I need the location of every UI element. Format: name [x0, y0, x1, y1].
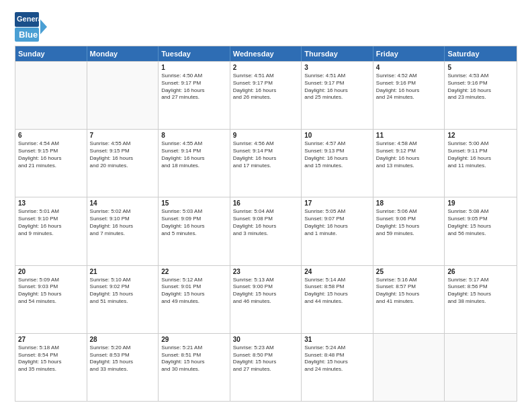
cal-cell-w4-d1: 28Sunrise: 5:20 AM Sunset: 8:53 PM Dayli… — [87, 334, 159, 401]
cal-cell-w0-d0 — [15, 62, 87, 129]
day-info-19: Sunrise: 5:08 AM Sunset: 9:05 PM Dayligh… — [447, 208, 514, 237]
week-row-0: 1Sunrise: 4:50 AM Sunset: 9:17 PM Daylig… — [15, 61, 517, 129]
logo: General Blue — [15, 12, 69, 42]
day-info-29: Sunrise: 5:21 AM Sunset: 8:51 PM Dayligh… — [161, 345, 227, 373]
header-wednesday: Wednesday — [230, 46, 302, 61]
day-info-13: Sunrise: 5:01 AM Sunset: 9:10 PM Dayligh… — [18, 208, 84, 237]
cal-cell-w1-d4: 10Sunrise: 4:57 AM Sunset: 9:13 PM Dayli… — [302, 130, 373, 197]
day-num-24: 24 — [304, 268, 370, 275]
cal-cell-w4-d4: 31Sunrise: 5:24 AM Sunset: 8:48 PM Dayli… — [302, 334, 373, 401]
header-thursday: Thursday — [302, 46, 373, 61]
cal-cell-w0-d5: 4Sunrise: 4:52 AM Sunset: 9:16 PM Daylig… — [373, 62, 445, 129]
header-sunday: Sunday — [15, 46, 87, 61]
cal-cell-w2-d6: 19Sunrise: 5:08 AM Sunset: 9:05 PM Dayli… — [445, 197, 517, 265]
cal-cell-w0-d4: 3Sunrise: 4:51 AM Sunset: 9:17 PM Daylig… — [302, 62, 373, 129]
day-info-5: Sunrise: 4:53 AM Sunset: 9:16 PM Dayligh… — [447, 73, 514, 101]
day-num-23: 23 — [233, 268, 299, 275]
cal-cell-w2-d2: 15Sunrise: 5:03 AM Sunset: 9:09 PM Dayli… — [159, 197, 230, 265]
day-info-2: Sunrise: 4:51 AM Sunset: 9:17 PM Dayligh… — [233, 73, 299, 101]
day-num-12: 12 — [447, 132, 514, 139]
cal-cell-w0-d2: 1Sunrise: 4:50 AM Sunset: 9:17 PM Daylig… — [159, 62, 230, 129]
day-info-27: Sunrise: 5:18 AM Sunset: 8:54 PM Dayligh… — [18, 345, 84, 373]
cal-cell-w1-d2: 8Sunrise: 4:55 AM Sunset: 9:14 PM Daylig… — [159, 130, 230, 197]
day-info-30: Sunrise: 5:23 AM Sunset: 8:50 PM Dayligh… — [233, 345, 299, 373]
week-row-2: 13Sunrise: 5:01 AM Sunset: 9:10 PM Dayli… — [15, 197, 517, 265]
day-info-3: Sunrise: 4:51 AM Sunset: 9:17 PM Dayligh… — [304, 73, 370, 101]
week-row-4: 27Sunrise: 5:18 AM Sunset: 8:54 PM Dayli… — [15, 333, 517, 401]
header-tuesday: Tuesday — [159, 46, 230, 61]
day-num-25: 25 — [376, 268, 442, 275]
cal-cell-w0-d3: 2Sunrise: 4:51 AM Sunset: 9:17 PM Daylig… — [230, 62, 302, 129]
day-info-4: Sunrise: 4:52 AM Sunset: 9:16 PM Dayligh… — [376, 73, 442, 101]
day-info-1: Sunrise: 4:50 AM Sunset: 9:17 PM Dayligh… — [161, 73, 227, 101]
calendar-body: 1Sunrise: 4:50 AM Sunset: 9:17 PM Daylig… — [15, 61, 517, 401]
day-num-22: 22 — [161, 268, 227, 275]
header-friday: Friday — [373, 46, 445, 61]
day-num-17: 17 — [304, 199, 370, 207]
day-num-11: 11 — [376, 132, 442, 139]
svg-text:Blue: Blue — [19, 30, 38, 40]
day-num-5: 5 — [447, 64, 514, 71]
cal-cell-w1-d1: 7Sunrise: 4:55 AM Sunset: 9:15 PM Daylig… — [87, 130, 159, 197]
header-saturday: Saturday — [445, 46, 517, 61]
cal-cell-w2-d5: 18Sunrise: 5:06 AM Sunset: 9:06 PM Dayli… — [373, 197, 445, 265]
day-info-23: Sunrise: 5:13 AM Sunset: 9:00 PM Dayligh… — [233, 277, 299, 306]
day-num-26: 26 — [447, 268, 514, 275]
day-num-14: 14 — [90, 199, 156, 207]
day-info-14: Sunrise: 5:02 AM Sunset: 9:10 PM Dayligh… — [90, 208, 156, 237]
cal-cell-w3-d3: 23Sunrise: 5:13 AM Sunset: 9:00 PM Dayli… — [230, 266, 302, 333]
day-info-11: Sunrise: 4:58 AM Sunset: 9:12 PM Dayligh… — [376, 140, 442, 169]
day-num-28: 28 — [90, 336, 156, 343]
day-info-8: Sunrise: 4:55 AM Sunset: 9:14 PM Dayligh… — [161, 140, 227, 169]
day-num-15: 15 — [161, 199, 227, 207]
logo-svg: General Blue — [15, 12, 69, 42]
day-num-21: 21 — [90, 268, 156, 275]
cal-cell-w3-d5: 25Sunrise: 5:16 AM Sunset: 8:57 PM Dayli… — [373, 266, 445, 333]
day-num-30: 30 — [233, 336, 299, 343]
cal-cell-w3-d0: 20Sunrise: 5:09 AM Sunset: 9:03 PM Dayli… — [15, 266, 87, 333]
day-num-31: 31 — [304, 336, 370, 343]
cal-cell-w4-d6 — [445, 334, 517, 401]
day-info-10: Sunrise: 4:57 AM Sunset: 9:13 PM Dayligh… — [304, 140, 370, 169]
cal-cell-w2-d1: 14Sunrise: 5:02 AM Sunset: 9:10 PM Dayli… — [87, 197, 159, 265]
day-info-21: Sunrise: 5:10 AM Sunset: 9:02 PM Dayligh… — [90, 277, 156, 306]
day-info-31: Sunrise: 5:24 AM Sunset: 8:48 PM Dayligh… — [304, 345, 370, 373]
calendar: Sunday Monday Tuesday Wednesday Thursday… — [15, 46, 517, 402]
day-info-24: Sunrise: 5:14 AM Sunset: 8:58 PM Dayligh… — [304, 277, 370, 306]
day-info-16: Sunrise: 5:04 AM Sunset: 9:08 PM Dayligh… — [233, 208, 299, 237]
day-info-28: Sunrise: 5:20 AM Sunset: 8:53 PM Dayligh… — [90, 345, 156, 373]
svg-text:General: General — [17, 15, 44, 23]
day-num-1: 1 — [161, 64, 227, 71]
cal-cell-w3-d6: 26Sunrise: 5:17 AM Sunset: 8:56 PM Dayli… — [445, 266, 517, 333]
week-row-3: 20Sunrise: 5:09 AM Sunset: 9:03 PM Dayli… — [15, 265, 517, 333]
header: General Blue — [15, 12, 517, 42]
cal-cell-w1-d0: 6Sunrise: 4:54 AM Sunset: 9:15 PM Daylig… — [15, 130, 87, 197]
day-info-12: Sunrise: 5:00 AM Sunset: 9:11 PM Dayligh… — [447, 140, 514, 169]
cal-cell-w4-d0: 27Sunrise: 5:18 AM Sunset: 8:54 PM Dayli… — [15, 334, 87, 401]
day-num-7: 7 — [90, 132, 156, 139]
day-num-8: 8 — [161, 132, 227, 139]
calendar-header: Sunday Monday Tuesday Wednesday Thursday… — [15, 46, 517, 61]
day-info-25: Sunrise: 5:16 AM Sunset: 8:57 PM Dayligh… — [376, 277, 442, 306]
header-monday: Monday — [87, 46, 159, 61]
day-num-10: 10 — [304, 132, 370, 139]
day-num-9: 9 — [233, 132, 299, 139]
cal-cell-w4-d5 — [373, 334, 445, 401]
day-num-3: 3 — [304, 64, 370, 71]
cal-cell-w1-d6: 12Sunrise: 5:00 AM Sunset: 9:11 PM Dayli… — [445, 130, 517, 197]
day-num-20: 20 — [18, 268, 84, 275]
day-info-15: Sunrise: 5:03 AM Sunset: 9:09 PM Dayligh… — [161, 208, 227, 237]
day-info-22: Sunrise: 5:12 AM Sunset: 9:01 PM Dayligh… — [161, 277, 227, 306]
cal-cell-w3-d2: 22Sunrise: 5:12 AM Sunset: 9:01 PM Dayli… — [159, 266, 230, 333]
cal-cell-w0-d1 — [87, 62, 159, 129]
day-info-17: Sunrise: 5:05 AM Sunset: 9:07 PM Dayligh… — [304, 208, 370, 237]
page: General Blue Sunday Monday Tuesday Wedne… — [0, 0, 532, 411]
cal-cell-w2-d0: 13Sunrise: 5:01 AM Sunset: 9:10 PM Dayli… — [15, 197, 87, 265]
cal-cell-w4-d3: 30Sunrise: 5:23 AM Sunset: 8:50 PM Dayli… — [230, 334, 302, 401]
day-num-2: 2 — [233, 64, 299, 71]
cal-cell-w3-d1: 21Sunrise: 5:10 AM Sunset: 9:02 PM Dayli… — [87, 266, 159, 333]
cal-cell-w2-d3: 16Sunrise: 5:04 AM Sunset: 9:08 PM Dayli… — [230, 197, 302, 265]
day-num-19: 19 — [447, 199, 514, 207]
day-info-20: Sunrise: 5:09 AM Sunset: 9:03 PM Dayligh… — [18, 277, 84, 306]
cal-cell-w2-d4: 17Sunrise: 5:05 AM Sunset: 9:07 PM Dayli… — [302, 197, 373, 265]
